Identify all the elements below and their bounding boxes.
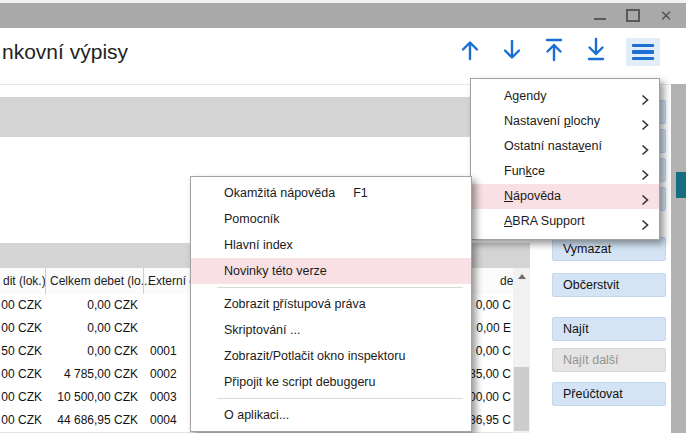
scroll-down-icon bbox=[501, 37, 523, 67]
scrollbar-up-button[interactable] bbox=[513, 268, 530, 284]
submenu-item-pripojit-ke-script-debuggeru[interactable]: Připojit ke script debuggeru bbox=[191, 369, 471, 395]
hamburger-menu-icon bbox=[632, 44, 654, 48]
menu-item-napoveda[interactable]: Nápověda bbox=[471, 184, 659, 209]
submenu-arrow-icon bbox=[641, 215, 649, 240]
menu-item-abra-support[interactable]: ABRA Support bbox=[471, 209, 659, 234]
find-button[interactable]: Najít bbox=[552, 317, 666, 341]
maximize-button[interactable] bbox=[625, 8, 641, 24]
maximize-icon bbox=[626, 9, 640, 22]
hamburger-dropdown-menu: Agendy Nastavení plochy Ostatní nastaven… bbox=[470, 78, 660, 240]
submenu-item-okamzita-napoveda[interactable]: Okamžitá nápovědaF1 bbox=[191, 180, 471, 206]
column-header-credit[interactable]: dit (lok.) bbox=[3, 274, 46, 288]
scroll-to-top-button[interactable] bbox=[542, 38, 566, 66]
submenu-item-skriptovani[interactable]: Skriptování ... bbox=[191, 317, 471, 343]
menu-item-nastaveni-plochy[interactable]: Nastavení plochy bbox=[471, 109, 659, 134]
submenu-item-hlavni-index[interactable]: Hlavní index bbox=[191, 232, 471, 258]
scrollbar-thumb[interactable] bbox=[514, 367, 529, 431]
background-window-fragment bbox=[676, 172, 686, 198]
column-header-external[interactable]: Externí č bbox=[148, 274, 195, 288]
scroll-to-top-icon bbox=[543, 36, 565, 68]
scroll-up-icon bbox=[459, 37, 481, 67]
repost-button[interactable]: Přeúčtovat bbox=[552, 382, 666, 406]
record-navigation-toolbar bbox=[458, 38, 660, 66]
menu-item-ostatni-nastaveni[interactable]: Ostatní nastavení bbox=[471, 134, 659, 159]
shortcut-label: F1 bbox=[353, 186, 368, 200]
help-submenu: Okamžitá nápovědaF1 Pomocník Hlavní inde… bbox=[190, 176, 472, 432]
menu-item-funkce[interactable]: Funkce bbox=[471, 159, 659, 184]
submenu-item-novinky-teto-verze[interactable]: Novinky této verze bbox=[191, 258, 471, 284]
submenu-item-pomocnik[interactable]: Pomocník bbox=[191, 206, 471, 232]
menu-separator bbox=[217, 287, 463, 288]
titlebar-top-strip bbox=[0, 0, 686, 3]
find-next-button: Najít další bbox=[552, 348, 666, 372]
close-button[interactable]: ✕ bbox=[658, 8, 674, 24]
window-controls: ✕ bbox=[592, 3, 674, 28]
titlebar: ✕ bbox=[0, 0, 686, 28]
column-header-debit[interactable]: Celkem debet (lo... bbox=[50, 274, 151, 288]
app-window: ✕ nkovní výpisy bbox=[0, 0, 686, 433]
menu-separator bbox=[217, 398, 463, 399]
hamburger-menu-button[interactable] bbox=[626, 38, 660, 66]
refresh-button[interactable]: Občerstvit bbox=[552, 273, 666, 297]
close-icon: ✕ bbox=[660, 8, 673, 24]
table-scrollbar[interactable] bbox=[513, 268, 530, 433]
page-title: nkovní výpisy bbox=[2, 40, 128, 64]
scroll-to-bottom-button[interactable] bbox=[584, 38, 608, 66]
clear-button[interactable]: Vymazat bbox=[552, 237, 666, 261]
scroll-down-button[interactable] bbox=[500, 38, 524, 66]
menu-item-agendy[interactable]: Agendy bbox=[471, 84, 659, 109]
toolbar-strip bbox=[0, 97, 530, 137]
scrollbar-up-arrow-icon bbox=[518, 274, 526, 279]
submenu-item-o-aplikaci[interactable]: O aplikaci... bbox=[191, 402, 471, 428]
scroll-to-bottom-icon bbox=[585, 36, 607, 68]
submenu-item-zobrazit-potlacit-okno-inspektoru[interactable]: Zobrazit/Potlačit okno inspektoru bbox=[191, 343, 471, 369]
scroll-up-button[interactable] bbox=[458, 38, 482, 66]
submenu-item-zobrazit-pristupova-prava[interactable]: Zobrazit přístupová práva bbox=[191, 291, 471, 317]
background-window-edge bbox=[671, 84, 686, 433]
minimize-button[interactable] bbox=[592, 8, 608, 24]
minimize-icon bbox=[594, 18, 606, 20]
